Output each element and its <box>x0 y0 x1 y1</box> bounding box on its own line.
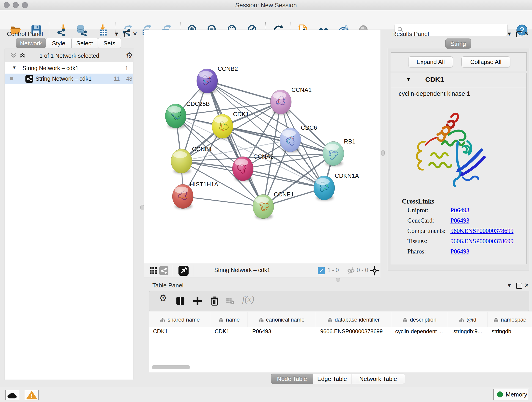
column-header[interactable]: description <box>391 312 448 327</box>
collection-count: 1 <box>125 65 128 71</box>
column-type-icon <box>259 317 264 322</box>
table-cell[interactable]: stringdb <box>492 328 511 335</box>
show-columns-icon[interactable] <box>175 295 186 307</box>
tab-select[interactable]: Select <box>71 38 98 48</box>
add-column-icon[interactable] <box>192 295 203 307</box>
column-header-label: shared name <box>167 317 200 323</box>
fit-selected-crosshair-icon[interactable] <box>370 266 380 276</box>
float-panel-icon[interactable]: ▼ <box>114 31 119 37</box>
control-panel: Control Panel ▼ ✕ Network Style Select S… <box>3 30 136 380</box>
network-node[interactable]: HIST1H1A <box>172 181 218 209</box>
maximize-panel-icon[interactable] <box>516 32 522 37</box>
expand-all-button[interactable]: Expand All <box>408 56 453 67</box>
float-panel-icon[interactable]: ▼ <box>507 31 512 37</box>
selected-checkbox-icon[interactable]: ✓ <box>318 267 325 274</box>
node-label: CCNE1 <box>274 191 294 198</box>
column-header[interactable]: namespac <box>488 312 532 327</box>
node-result-header[interactable]: ▼ CDK1 <box>391 73 526 87</box>
tree-expand-icon[interactable]: ▼ <box>12 65 17 70</box>
maximize-panel-icon[interactable] <box>516 283 522 289</box>
close-panel-icon[interactable]: ✕ <box>525 282 529 288</box>
column-header[interactable]: database identifier <box>316 312 391 327</box>
column-header[interactable]: @id <box>448 312 488 327</box>
main-toolbar: ? <box>0 10 532 29</box>
app-window: Session: New Session ? Control Panel <box>0 0 532 402</box>
table-cell[interactable]: 9606.ENSP00000378699 <box>320 328 383 335</box>
delete-column-trash-icon[interactable] <box>209 295 220 307</box>
network-node[interactable]: CCNA1 <box>270 86 312 115</box>
network-collection-row[interactable]: ▼ String Network – cdk1 1 <box>5 63 133 74</box>
crosslink-label: Compartments: <box>407 227 445 235</box>
bottom-splitter-handle[interactable] <box>336 278 340 282</box>
node-table[interactable]: shared namenamecanonical namedatabase id… <box>149 312 532 372</box>
memory-button[interactable]: Memory <box>493 389 529 400</box>
network-node[interactable]: CDKN1A <box>314 172 359 201</box>
crosslink-link[interactable]: 9606.ENSP00000378699 <box>450 227 513 235</box>
warnings-button[interactable] <box>25 390 39 400</box>
column-type-icon <box>219 317 224 322</box>
table-cell[interactable]: CDK1 <box>153 328 168 335</box>
right-splitter-handle[interactable] <box>381 150 385 156</box>
crosslink-link[interactable]: 9606.ENSP00000378699 <box>450 238 513 245</box>
network-row-selected[interactable]: String Network – cdk1 11 48 <box>5 74 133 84</box>
collection-label: String Network – cdk1 <box>22 65 79 71</box>
network-view-canvas[interactable]: CCNB2CCNA1CDC25BCDK1CDC6RB1CCNB1CCNA2CDK… <box>144 30 380 263</box>
table-cell[interactable]: P06493 <box>252 328 271 335</box>
warning-icon <box>25 390 38 400</box>
network-label: String Network – cdk1 <box>36 75 92 82</box>
column-header[interactable]: name <box>211 312 247 327</box>
crosslink-link[interactable]: P06493 <box>450 248 469 255</box>
string-network-badge-icon <box>25 75 33 83</box>
birdseye-view-icon[interactable] <box>178 266 189 276</box>
node-result-card: ▼ CDK1 cyclin-dependent kinase 1 <box>391 73 527 264</box>
crosslink-link[interactable]: P06493 <box>450 207 469 214</box>
tab-style[interactable]: Style <box>46 38 71 48</box>
left-splitter-handle[interactable] <box>140 205 144 210</box>
cloud-button[interactable] <box>5 390 19 400</box>
column-type-icon <box>403 317 408 322</box>
network-node[interactable]: CCNB2 <box>196 65 238 94</box>
maximize-panel-icon[interactable] <box>124 32 130 37</box>
close-panel-icon[interactable]: ✕ <box>525 31 529 37</box>
close-panel-icon[interactable]: ✕ <box>133 31 137 37</box>
table-cell[interactable]: CDK1 <box>215 328 229 335</box>
hidden-eye-icon <box>347 267 355 275</box>
tab-network-table[interactable]: Network Table <box>351 374 405 384</box>
network-view-toolbar: String Network – cdk1 ✓ 1 - 0 0 - 0 <box>144 263 380 278</box>
share-view-icon[interactable] <box>159 266 168 275</box>
horizontal-scrollbar-thumb[interactable] <box>152 365 190 369</box>
network-tree: ▼ String Network – cdk1 1 String Network… <box>5 62 133 380</box>
column-type-icon <box>494 317 499 322</box>
node-label: CDC6 <box>301 124 317 131</box>
network-edge[interactable] <box>183 196 263 206</box>
tab-edge-table[interactable]: Edge Table <box>313 374 351 384</box>
tab-string[interactable]: String <box>445 38 471 49</box>
column-header[interactable]: canonical name <box>247 312 316 327</box>
float-panel-icon[interactable]: ▼ <box>507 282 512 288</box>
edge-count: 48 <box>122 75 133 82</box>
node-label: RB1 <box>344 138 355 145</box>
toolbar-separator <box>344 265 344 276</box>
crosslink-link[interactable]: P06493 <box>450 217 469 224</box>
column-header-label: namespac <box>501 317 526 323</box>
column-header-label: @id <box>467 317 476 323</box>
network-node[interactable]: CCNE1 <box>253 191 294 219</box>
collapse-entry-icon[interactable]: ▼ <box>406 77 411 83</box>
tab-network[interactable]: Network <box>16 38 46 48</box>
network-options-gear-icon[interactable]: ⚙ <box>126 51 133 60</box>
collapse-all-button[interactable]: Collapse All <box>462 56 510 67</box>
table-cell[interactable]: cyclin-dependent ... <box>395 328 443 335</box>
tab-node-table[interactable]: Node Table <box>271 374 313 384</box>
network-node[interactable]: RB1 <box>323 138 355 166</box>
grid-view-icon[interactable] <box>149 267 157 275</box>
network-graph[interactable]: CCNB2CCNA1CDC25BCDK1CDC6RB1CCNB1CCNA2CDK… <box>144 30 380 263</box>
crosslink-label: Tissues: <box>407 238 428 245</box>
delete-table-icon <box>225 295 234 307</box>
table-settings-gear-icon[interactable]: ⚙ <box>159 293 170 305</box>
tab-sets[interactable]: Sets <box>98 38 121 48</box>
column-header[interactable]: shared name <box>149 312 211 327</box>
column-type-icon <box>327 317 332 322</box>
control-panel-title: Control Panel <box>7 31 43 38</box>
column-header-label: description <box>410 317 437 323</box>
table-cell[interactable]: stringdb:9... <box>453 328 482 335</box>
